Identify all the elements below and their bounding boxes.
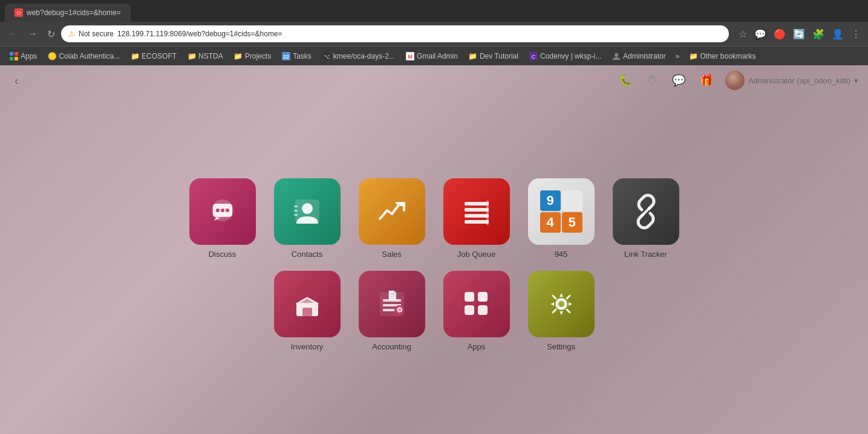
tab-favicon: O [15, 8, 23, 17]
profile-image [725, 71, 745, 90]
bookmark-administrator[interactable]: Administrator [607, 50, 671, 62]
user-menu[interactable]: Administrator (api_odoo_kitti) ▾ [725, 71, 858, 90]
folder-icon-4: 📁 [469, 52, 477, 60]
svg-text:22: 22 [283, 54, 289, 60]
not-secure-label: Not secure [79, 30, 114, 38]
app-apps[interactable]: Apps [443, 271, 510, 351]
linktracker-icon [613, 178, 679, 245]
extension-lastpass[interactable]: 🔴 [771, 26, 788, 42]
profile-extension-1[interactable]: 💬 [752, 26, 769, 42]
bookmark-other[interactable]: 📁 Other bookmarks [684, 50, 760, 62]
accounting-icon: 📄 ⚙ [359, 271, 425, 337]
tasks-icon: 22 [282, 52, 290, 60]
sales-icon [359, 178, 425, 245]
svg-rect-33 [383, 299, 401, 302]
address-text: 128.199.71.119:8069/web?debug=1#cids=&ho… [117, 30, 282, 38]
inventory-icon [274, 271, 341, 337]
forward-button[interactable]: → [24, 26, 41, 42]
discuss-icon-button[interactable]: 💬 [670, 71, 688, 89]
svg-rect-24 [465, 208, 489, 212]
jobqueue-label: Job Queue [457, 250, 496, 259]
bookmark-codenvy[interactable]: C Codenvy | wksp-i... [524, 50, 606, 62]
nav-icons: ☆ 💬 🔴 🔄 🧩 👤 ⋮ [736, 26, 863, 42]
more-bookmarks-button[interactable]: » [672, 50, 684, 62]
app-discuss[interactable]: Discuss [189, 178, 256, 259]
app-settings[interactable]: Settings [528, 271, 595, 351]
svg-rect-40 [465, 305, 474, 315]
svg-rect-2 [10, 57, 13, 60]
colab-icon: 🟡 [48, 52, 56, 60]
apps-icon [443, 271, 510, 337]
star-button[interactable]: ☆ [736, 26, 749, 42]
extension-4[interactable]: 🧩 [810, 26, 827, 42]
bookmark-projects-label: Projects [245, 52, 271, 60]
svg-rect-0 [10, 52, 13, 56]
settings-label: Settings [547, 342, 575, 351]
apps-grid-icon [10, 52, 18, 60]
bookmark-tasks-label: Tasks [293, 52, 312, 60]
app-sales[interactable]: Sales [359, 178, 425, 259]
svg-text:⚙: ⚙ [396, 306, 402, 314]
app-inventory[interactable]: Inventory [274, 271, 341, 351]
settings-icon [528, 271, 595, 337]
svg-text:C: C [532, 54, 536, 60]
tab-bar: O web?debug=1#cids=&home= [0, 0, 868, 22]
github-icon: ⌥ [322, 52, 331, 60]
tab-title: web?debug=1#cids=&home= [27, 8, 121, 17]
user-name-label: Administrator (api_odoo_kitti) [748, 76, 850, 85]
active-tab[interactable]: O web?debug=1#cids=&home= [5, 4, 131, 22]
linktracker-label: Link Tracker [624, 250, 667, 259]
app-contacts[interactable]: Contacts [274, 178, 341, 259]
codenvy-icon: C [529, 52, 538, 60]
bookmark-nstda-label: NSTDA [198, 52, 223, 60]
apps-label: Apps [468, 342, 486, 351]
folder-icon-5: 📁 [689, 52, 697, 60]
bookmark-apps-label: Apps [21, 52, 37, 60]
bookmark-colab[interactable]: 🟡 Colab Authentica... [43, 50, 125, 62]
app-jobqueue[interactable]: Job Queue [443, 178, 510, 259]
folder-icon-3: 📁 [234, 52, 243, 60]
svg-point-15 [216, 209, 220, 212]
bookmark-gmail[interactable]: M Gmail Admin [401, 50, 463, 62]
bookmark-projects[interactable]: 📁 Projects [229, 50, 276, 62]
app-945[interactable]: 9 4 5 945 [528, 178, 595, 259]
odoo-back-button[interactable]: ‹ [10, 71, 24, 90]
inventory-label: Inventory [291, 342, 323, 351]
refresh-button[interactable]: ↻ [44, 26, 59, 42]
discuss-label: Discuss [209, 250, 237, 259]
svg-rect-20 [294, 206, 298, 207]
945-label: 945 [555, 250, 568, 259]
svg-point-19 [302, 203, 313, 214]
user-dropdown-arrow: ▾ [854, 76, 858, 85]
bookmarks-bar: Apps 🟡 Colab Authentica... 📁 ECOSOFT 📁 N… [0, 46, 868, 65]
app-linktracker[interactable]: Link Tracker [613, 178, 679, 259]
gmail-icon: M [406, 52, 414, 60]
back-button[interactable]: ← [5, 26, 22, 42]
bookmark-apps[interactable]: Apps [5, 50, 42, 62]
svg-rect-23 [465, 202, 489, 206]
debug-icon-button[interactable]: 🐛 [616, 71, 635, 89]
svg-text:M: M [408, 54, 413, 60]
svg-rect-39 [478, 292, 488, 302]
profile-avatar[interactable]: 👤 [829, 26, 846, 42]
945-cell-9: 9 [540, 190, 561, 211]
bookmark-ecosoft[interactable]: 📁 ECOSOFT [126, 50, 181, 62]
gift-icon-button[interactable]: 🎁 [697, 71, 716, 89]
app-accounting[interactable]: 📄 ⚙ Accounting [359, 271, 425, 351]
odoo-topbar-right: 🐛 ⏱ 💬 🎁 Administrator (api_odoo_kitti) ▾ [616, 71, 858, 90]
app-content: ‹ 🐛 ⏱ 💬 🎁 Administrator (api_odoo_kitti)… [0, 65, 868, 434]
more-menu[interactable]: ⋮ [849, 26, 863, 42]
odoo-topbar: ‹ 🐛 ⏱ 💬 🎁 Administrator (api_odoo_kitti)… [0, 65, 868, 96]
945-grid: 9 4 5 [540, 190, 582, 233]
bookmark-tasks[interactable]: 22 Tasks [277, 50, 316, 62]
bookmark-github[interactable]: ⌥ kmee/oca-days-2... [318, 50, 400, 62]
extension-3[interactable]: 🔄 [791, 26, 808, 42]
app-row-2: Inventory 📄 ⚙ Accounting [274, 271, 595, 351]
clock-icon-button[interactable]: ⏱ [644, 72, 660, 89]
discuss-icon [189, 178, 256, 245]
address-bar[interactable]: ⚠ Not secure 128.199.71.119:8069/web?deb… [61, 25, 729, 42]
bookmark-devtutorial[interactable]: 📁 Dev Tutorial [464, 50, 523, 62]
svg-rect-1 [15, 52, 18, 56]
svg-rect-38 [465, 292, 474, 302]
bookmark-nstda[interactable]: 📁 NSTDA [183, 50, 228, 62]
